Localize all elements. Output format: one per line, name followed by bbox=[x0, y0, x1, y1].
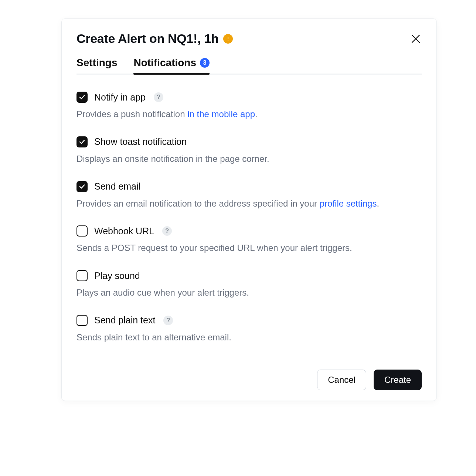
create-button[interactable]: Create bbox=[374, 370, 422, 390]
button-label: Create bbox=[384, 375, 411, 385]
notification-option-3: Webhook URL ? Sends a POST request to yo… bbox=[76, 225, 422, 255]
option-head: Webhook URL ? bbox=[76, 225, 422, 237]
desc-pre: Displays an onsite notification in the p… bbox=[76, 154, 269, 164]
warning-icon bbox=[223, 34, 233, 44]
option-label: Webhook URL bbox=[94, 226, 154, 237]
option-head: Send email bbox=[76, 181, 422, 192]
option-checkbox[interactable] bbox=[76, 315, 88, 326]
check-icon bbox=[79, 94, 85, 101]
desc-pre: Sends plain text to an alternative email… bbox=[76, 332, 231, 342]
option-description: Provides a push notification in the mobi… bbox=[76, 108, 422, 121]
option-checkbox[interactable] bbox=[76, 181, 88, 192]
cancel-button[interactable]: Cancel bbox=[317, 370, 366, 390]
desc-link[interactable]: profile settings bbox=[320, 198, 377, 208]
tab-label: Settings bbox=[76, 57, 117, 69]
dialog-title: Create Alert on NQ1!, 1h bbox=[76, 31, 219, 46]
notification-option-0: Notify in app ? Provides a push notifica… bbox=[76, 92, 422, 121]
desc-pre: Provides a push notification bbox=[76, 109, 187, 119]
create-alert-dialog: Create Alert on NQ1!, 1h Settings Notifi… bbox=[61, 18, 437, 401]
option-description: Provides an email notification to the ad… bbox=[76, 197, 422, 210]
tabs: Settings Notifications 3 bbox=[62, 57, 436, 75]
tab-notifications[interactable]: Notifications 3 bbox=[133, 57, 210, 75]
help-icon[interactable]: ? bbox=[163, 316, 173, 325]
dialog-footer: Cancel Create bbox=[62, 359, 436, 401]
option-description: Sends a POST request to your specified U… bbox=[76, 242, 422, 255]
close-icon bbox=[411, 34, 421, 44]
desc-link[interactable]: in the mobile app bbox=[187, 109, 255, 119]
check-icon bbox=[79, 183, 85, 190]
svg-rect-1 bbox=[228, 40, 228, 41]
notification-option-1: Show toast notification Displays an onsi… bbox=[76, 136, 422, 166]
desc-pre: Sends a POST request to your specified U… bbox=[76, 243, 352, 253]
option-description: Plays an audio cue when your alert trigg… bbox=[76, 286, 422, 299]
option-head: Notify in app ? bbox=[76, 92, 422, 103]
option-label: Show toast notification bbox=[94, 136, 187, 147]
option-label: Send email bbox=[94, 181, 140, 192]
option-checkbox[interactable] bbox=[76, 225, 88, 237]
notification-option-2: Send email Provides an email notificatio… bbox=[76, 181, 422, 210]
option-head: Play sound bbox=[76, 270, 422, 281]
button-label: Cancel bbox=[328, 375, 356, 385]
help-icon[interactable]: ? bbox=[162, 226, 172, 236]
desc-post: . bbox=[255, 109, 258, 119]
notification-option-5: Send plain text ? Sends plain text to an… bbox=[76, 315, 422, 344]
option-head: Show toast notification bbox=[76, 136, 422, 147]
notification-option-4: Play sound Plays an audio cue when your … bbox=[76, 270, 422, 299]
option-checkbox[interactable] bbox=[76, 92, 88, 103]
options-list: Notify in app ? Provides a push notifica… bbox=[62, 75, 436, 359]
option-label: Send plain text bbox=[94, 315, 155, 326]
svg-rect-0 bbox=[228, 37, 228, 39]
option-description: Sends plain text to an alternative email… bbox=[76, 331, 422, 344]
option-label: Notify in app bbox=[94, 92, 146, 103]
notifications-count-badge: 3 bbox=[200, 58, 210, 68]
help-icon[interactable]: ? bbox=[154, 92, 163, 102]
desc-post: . bbox=[377, 198, 379, 208]
dialog-header: Create Alert on NQ1!, 1h bbox=[62, 19, 436, 57]
option-description: Displays an onsite notification in the p… bbox=[76, 153, 422, 166]
option-checkbox[interactable] bbox=[76, 270, 88, 281]
tab-settings[interactable]: Settings bbox=[76, 57, 117, 75]
check-icon bbox=[79, 139, 85, 145]
option-head: Send plain text ? bbox=[76, 315, 422, 326]
title-wrap: Create Alert on NQ1!, 1h bbox=[76, 31, 233, 46]
option-checkbox[interactable] bbox=[76, 136, 88, 147]
tab-label: Notifications bbox=[133, 57, 196, 69]
desc-pre: Plays an audio cue when your alert trigg… bbox=[76, 288, 249, 298]
option-label: Play sound bbox=[94, 271, 140, 281]
close-button[interactable] bbox=[410, 33, 422, 45]
desc-pre: Provides an email notification to the ad… bbox=[76, 198, 320, 208]
